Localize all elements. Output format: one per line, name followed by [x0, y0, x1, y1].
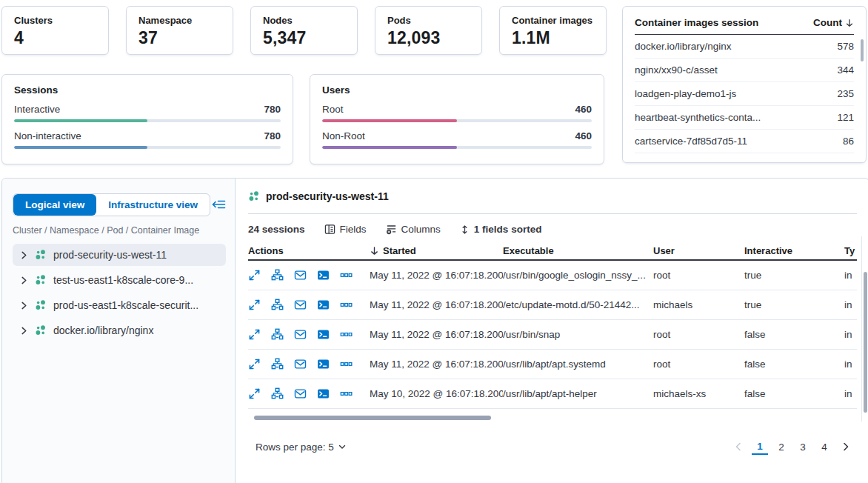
more-actions-icon[interactable]: [340, 269, 353, 282]
chevron-down-icon: [338, 442, 347, 451]
session-row: May 10, 2022 @ 16:07:18.200 /usr/lib/apt…: [248, 379, 857, 409]
columns-button[interactable]: Columns: [386, 224, 441, 235]
tree-sidebar: Logical view Infrastructure view Cluster…: [2, 179, 236, 483]
chevron-right-icon[interactable]: [20, 276, 28, 284]
tree-item-label: prod-security-us-west-11: [53, 249, 167, 261]
collapse-sidebar-button[interactable]: [212, 199, 226, 213]
header-started-sort[interactable]: Started: [370, 245, 503, 256]
bar-label-row: Non-interactive 780: [14, 130, 281, 141]
terminal-session-icon[interactable]: [317, 269, 330, 282]
users-panel: Users Root 460 Non-Root 460: [310, 74, 604, 164]
more-actions-icon[interactable]: [340, 358, 353, 370]
stat-card-pods: Pods 12,093: [375, 6, 482, 55]
alerts-icon[interactable]: [294, 387, 307, 400]
chevron-right-icon[interactable]: [20, 327, 28, 335]
type-cell: in: [844, 329, 857, 340]
panel-scrollbar[interactable]: [861, 39, 864, 61]
analyze-event-icon[interactable]: [271, 328, 284, 341]
container-images-session-panel: Container images session Count docker.io…: [622, 6, 867, 163]
terminal-session-icon[interactable]: [317, 387, 330, 400]
page-1-button[interactable]: 1: [752, 439, 768, 455]
stat-label: Nodes: [263, 15, 345, 26]
alerts-icon[interactable]: [294, 328, 307, 341]
header-interactive[interactable]: Interactive: [744, 245, 844, 256]
tree-item-test-us-east1[interactable]: test-us-east1-k8scale-core-9...: [13, 269, 226, 291]
user-cell: root: [653, 329, 744, 340]
table-footer: Rows per page: 5 1 2 3 4: [248, 439, 857, 455]
page-4-button[interactable]: 4: [816, 439, 832, 454]
fields-sorted-button[interactable]: 1 fields sorted: [460, 224, 542, 235]
pagination: 1 2 3 4: [730, 439, 854, 455]
kubernetes-tree-session-panel: Logical view Infrastructure view Cluster…: [1, 178, 868, 483]
vertical-scrollbar[interactable]: [864, 272, 867, 413]
started-cell: May 11, 2022 @ 16:07:18.200: [370, 299, 503, 310]
expand-session-icon[interactable]: [248, 387, 261, 400]
tree-item-prod-security-us-west-11[interactable]: prod-security-us-west-11: [13, 244, 226, 266]
expand-session-icon[interactable]: [248, 269, 261, 282]
next-page-button[interactable]: [838, 442, 854, 452]
table-right-edge: [861, 236, 862, 422]
session-table-content: prod-security-us-west-11 24 sessions Fie…: [236, 179, 868, 483]
cluster-dots-icon: [35, 249, 47, 261]
more-actions-icon[interactable]: [340, 299, 353, 311]
infrastructure-view-button[interactable]: Infrastructure view: [96, 194, 210, 216]
page-3-button[interactable]: 3: [795, 439, 811, 454]
user-cell: michaels: [653, 299, 744, 310]
more-actions-icon[interactable]: [340, 387, 353, 400]
alerts-icon[interactable]: [294, 299, 307, 311]
header-executable[interactable]: Executable: [503, 245, 653, 256]
alerts-icon[interactable]: [294, 269, 307, 282]
analyze-event-icon[interactable]: [271, 269, 284, 282]
chevron-right-icon[interactable]: [20, 302, 28, 310]
progress-bar-root: [322, 119, 592, 122]
image-session-row: loadgen-play-demo1-js 235: [635, 82, 854, 106]
terminal-session-icon[interactable]: [317, 299, 330, 311]
page-2-button[interactable]: 2: [773, 439, 789, 454]
more-actions-icon[interactable]: [340, 328, 353, 341]
terminal-session-icon[interactable]: [317, 328, 330, 341]
expand-session-icon[interactable]: [248, 328, 261, 341]
stat-label: Namespace: [138, 15, 221, 26]
count-sort-header[interactable]: Count: [813, 17, 854, 28]
logical-view-button[interactable]: Logical view: [13, 194, 96, 216]
stat-card-container-images: Container images 1.1M: [499, 6, 607, 55]
tree-item-prod-us-east1[interactable]: prod-us-east1-k8scale-securit...: [13, 294, 226, 316]
chevron-right-icon: [841, 442, 851, 452]
bar-label-row: Interactive 780: [14, 104, 281, 115]
session-row: May 11, 2022 @ 16:07:18.200 /usr/bin/goo…: [248, 261, 857, 290]
tree-item-docker-nginx[interactable]: docker.io/library/nginx: [13, 319, 226, 342]
analyze-event-icon[interactable]: [271, 387, 284, 400]
user-cell: root: [653, 270, 744, 281]
executable-cell: /usr/bin/snap: [503, 329, 653, 340]
view-toggle-group: Logical view Infrastructure view: [13, 193, 210, 216]
terminal-session-icon[interactable]: [317, 358, 330, 370]
user-cell: michaels-xs: [653, 388, 744, 399]
interactive-cell: false: [744, 329, 844, 340]
previous-page-button[interactable]: [730, 442, 747, 452]
progress-bar-non-interactive: [14, 146, 281, 149]
bar-label-row: Root 460: [322, 104, 592, 115]
expand-session-icon[interactable]: [248, 299, 261, 311]
tree-item-label: prod-us-east1-k8scale-securit...: [53, 299, 198, 311]
started-cell: May 11, 2022 @ 16:07:18.200: [370, 270, 503, 281]
alerts-icon[interactable]: [294, 358, 307, 370]
chevron-right-icon[interactable]: [20, 251, 28, 259]
image-session-row: docker.io/library/nginx 578: [635, 35, 854, 59]
cluster-dots-icon: [35, 299, 47, 311]
expand-session-icon[interactable]: [248, 358, 261, 370]
header-type[interactable]: Ty: [844, 245, 857, 256]
started-cell: May 11, 2022 @ 16:07:18.200: [370, 329, 503, 340]
session-row: May 11, 2022 @ 16:07:18.200 /usr/lib/apt…: [248, 350, 857, 379]
columns-icon: [386, 224, 397, 235]
tree-breadcrumb: Cluster / Namespace / Pod / Container Im…: [13, 225, 226, 236]
fields-button[interactable]: Fields: [324, 224, 367, 235]
type-cell: in: [844, 299, 857, 310]
header-user[interactable]: User: [653, 245, 744, 256]
analyze-event-icon[interactable]: [271, 299, 284, 311]
analyze-event-icon[interactable]: [271, 358, 284, 370]
rows-per-page-button[interactable]: Rows per page: 5: [256, 442, 347, 453]
stat-label: Clusters: [14, 15, 96, 26]
horizontal-scrollbar[interactable]: [254, 416, 491, 420]
selected-cluster-header: prod-security-us-west-11: [248, 190, 857, 202]
executable-cell: /usr/bin/google_oslogin_nssy_...: [503, 270, 653, 281]
